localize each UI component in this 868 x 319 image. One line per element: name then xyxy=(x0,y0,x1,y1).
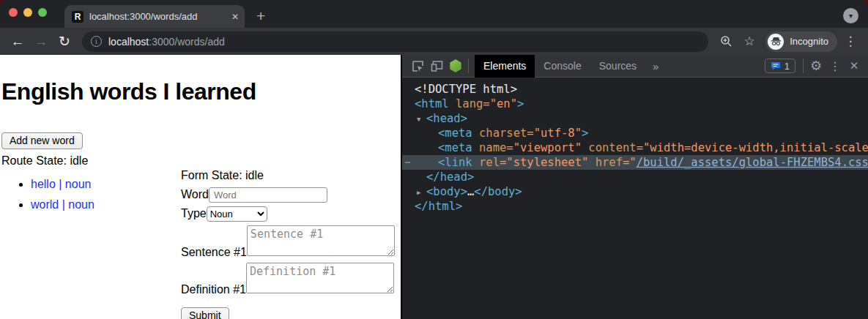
message-bubble-icon xyxy=(771,61,781,71)
reload-button[interactable]: ↻ xyxy=(54,31,75,52)
url-text: localhost:3000/words/add xyxy=(108,36,225,48)
code-token-val: ="stylesheet" xyxy=(500,156,588,169)
code-token-val: ="utf-8" xyxy=(527,127,582,140)
inspect-element-icon[interactable] xyxy=(408,56,427,75)
code-token-attr: lang xyxy=(449,97,483,110)
devtools-tabs: ElementsConsoleSources xyxy=(475,55,645,78)
add-new-word-button[interactable]: Add new word xyxy=(1,132,83,149)
code-token-tag: <body> xyxy=(426,185,467,198)
code-token-tag: <html xyxy=(415,97,449,110)
browser-menu-icon[interactable]: ⋮ xyxy=(840,31,861,52)
route-state-text: Route State: idle xyxy=(1,154,401,168)
expand-arrow-icon[interactable]: ▼ xyxy=(417,112,426,127)
maximize-window-button[interactable] xyxy=(38,8,47,17)
tab-title: localhost:3000/words/add xyxy=(89,11,227,22)
devtools-settings-icon[interactable]: ⚙ xyxy=(806,56,826,75)
code-token-tag: <meta xyxy=(438,127,472,140)
more-tabs-icon[interactable]: » xyxy=(645,60,666,72)
toolbar-divider xyxy=(803,59,804,73)
node-devtools-icon[interactable] xyxy=(446,56,465,75)
devtools-tab-console[interactable]: Console xyxy=(535,55,590,78)
toolbar-divider xyxy=(468,59,469,73)
word-list: hello | nounworld | noun xyxy=(1,178,181,319)
code-token-attr: name xyxy=(472,141,507,154)
minimize-window-button[interactable] xyxy=(23,8,32,17)
devtools-menu-icon[interactable]: ⋮ xyxy=(826,56,845,75)
forward-button: → xyxy=(31,31,51,52)
word-list-item: hello | noun xyxy=(31,178,181,191)
bookmark-star-icon[interactable]: ☆ xyxy=(739,31,760,52)
word-input[interactable] xyxy=(209,187,327,203)
submit-button[interactable]: Submit xyxy=(181,307,229,319)
code-token-tag: <head> xyxy=(426,112,467,125)
sentence-textarea[interactable] xyxy=(247,225,395,256)
back-button[interactable]: ← xyxy=(7,31,28,52)
code-token-val: ="en" xyxy=(483,97,517,110)
dom-node[interactable]: ▼<head> xyxy=(402,111,868,126)
zoom-icon[interactable] xyxy=(716,31,736,52)
elements-tree: <!DOCTYPE html><html lang="en">▼<head><m… xyxy=(402,78,868,319)
devtools-tab-elements[interactable]: Elements xyxy=(475,55,535,78)
code-token-tag: <meta xyxy=(438,141,472,154)
dom-node[interactable]: ▶<body>…</body> xyxy=(402,184,868,199)
dom-node[interactable]: <meta charset="utf-8"> xyxy=(402,126,868,140)
devtools-toolbar: ElementsConsoleSources » 1 ⚙ ⋮ ✕ xyxy=(402,55,868,78)
dom-node[interactable]: <html lang="en"> xyxy=(402,97,868,111)
browser-toolbar: ← → ↻ i localhost:3000/words/add ☆ Incog… xyxy=(0,28,868,55)
dom-node-selected[interactable]: ⋯<link rel="stylesheet" href="/build/_as… xyxy=(402,155,868,170)
definition-label: Definition #1 xyxy=(181,283,246,296)
word-label: Word xyxy=(181,188,209,200)
expand-arrow-icon[interactable]: ▶ xyxy=(417,185,426,200)
address-bar[interactable]: i localhost:3000/words/add xyxy=(82,31,708,52)
word-list-item: world | noun xyxy=(31,198,181,211)
code-token-val: ="viewport" xyxy=(506,141,582,154)
page-title: English words I learned xyxy=(1,78,401,105)
code-token-plain: … xyxy=(467,185,474,198)
devtools-close-icon[interactable]: ✕ xyxy=(845,56,864,75)
tab-search-button[interactable]: ▾ xyxy=(843,8,858,23)
window-controls xyxy=(9,8,47,17)
add-word-form: Form State: idle Word TypeNoun Sentence … xyxy=(181,169,395,319)
word-link[interactable]: hello | noun xyxy=(31,178,91,190)
dom-node[interactable]: </head> xyxy=(402,170,868,184)
content-area: English words I learned Add new word Rou… xyxy=(0,55,868,319)
device-toolbar-icon[interactable] xyxy=(427,56,446,75)
incognito-badge: Incognito xyxy=(765,31,837,52)
code-token-tag: </body> xyxy=(474,185,522,198)
code-token-tag: > xyxy=(517,97,524,110)
issues-count: 1 xyxy=(784,61,790,72)
url-host: localhost xyxy=(108,36,149,48)
issues-badge[interactable]: 1 xyxy=(765,59,795,73)
code-token-attr: content xyxy=(582,141,637,154)
incognito-label: Incognito xyxy=(790,36,828,47)
devtools-panel: ElementsConsoleSources » 1 ⚙ ⋮ ✕ <!DOCTY… xyxy=(401,55,868,319)
code-token-tag: <link xyxy=(438,156,472,169)
code-token-link[interactable]: /build/_assets/global-FHZEMBS4.css xyxy=(637,156,868,169)
code-token-attr: rel xyxy=(472,156,500,169)
word-link[interactable]: world | noun xyxy=(31,198,94,211)
dom-node[interactable]: <!DOCTYPE html> xyxy=(402,82,868,97)
devtools-tab-sources[interactable]: Sources xyxy=(590,55,645,78)
code-token-attr: charset xyxy=(472,127,527,140)
type-select[interactable]: Noun xyxy=(207,206,267,222)
new-tab-button[interactable]: + xyxy=(256,7,265,25)
node-menu-dots-icon[interactable]: ⋯ xyxy=(405,155,411,170)
browser-window: R localhost:3000/words/add ✕ + ▾ ← → ↻ i… xyxy=(0,0,868,319)
close-window-button[interactable] xyxy=(9,8,18,17)
code-token-tag: </head> xyxy=(426,170,474,184)
dom-node[interactable]: </html> xyxy=(402,199,868,214)
tab-close-icon[interactable]: ✕ xyxy=(231,12,239,22)
web-page: English words I learned Add new word Rou… xyxy=(0,55,401,319)
definition-textarea[interactable] xyxy=(246,263,394,293)
tab-strip: R localhost:3000/words/add ✕ + ▾ xyxy=(0,0,868,28)
sentence-label: Sentence #1 xyxy=(181,246,247,258)
code-token-tag: > xyxy=(582,127,588,140)
form-state-text: Form State: idle xyxy=(181,169,395,182)
dom-node[interactable]: <meta name="viewport" content="width=dev… xyxy=(402,140,868,155)
site-info-icon[interactable]: i xyxy=(91,36,102,47)
code-token-attr: href xyxy=(588,156,623,169)
type-label: Type xyxy=(181,207,207,219)
url-path: :3000/words/add xyxy=(149,36,225,48)
browser-tab[interactable]: R localhost:3000/words/add ✕ xyxy=(64,5,245,28)
code-token-val: ="width=device-width,initial-scale=1" xyxy=(637,141,868,154)
